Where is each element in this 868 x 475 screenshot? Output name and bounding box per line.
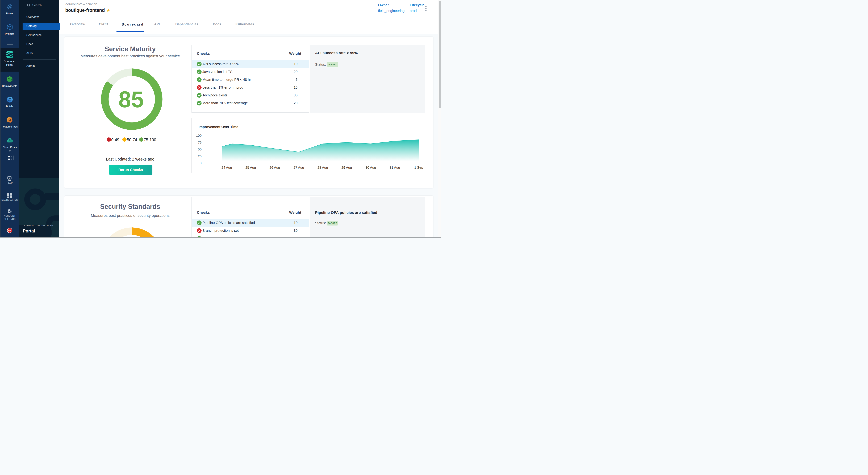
svg-text:30 Aug: 30 Aug [365,166,376,169]
svg-text:$: $ [9,139,10,142]
svg-text:75: 75 [198,141,202,144]
svg-text:100: 100 [196,134,202,138]
svg-text:25 Aug: 25 Aug [245,166,256,169]
svg-text:29 Aug: 29 Aug [341,166,352,169]
svg-text:27 Aug: 27 Aug [293,166,304,169]
svg-text:0: 0 [199,161,202,165]
svg-text:31 Aug: 31 Aug [390,166,400,169]
svg-text:50: 50 [198,148,202,151]
svg-text:24 Aug: 24 Aug [221,166,232,169]
svg-text:28 Aug: 28 Aug [317,166,328,169]
svg-text:1 Sep: 1 Sep [414,166,423,169]
svg-text:25: 25 [198,154,202,158]
svg-text:26 Aug: 26 Aug [270,166,280,169]
svg-text:?: ? [9,177,10,179]
